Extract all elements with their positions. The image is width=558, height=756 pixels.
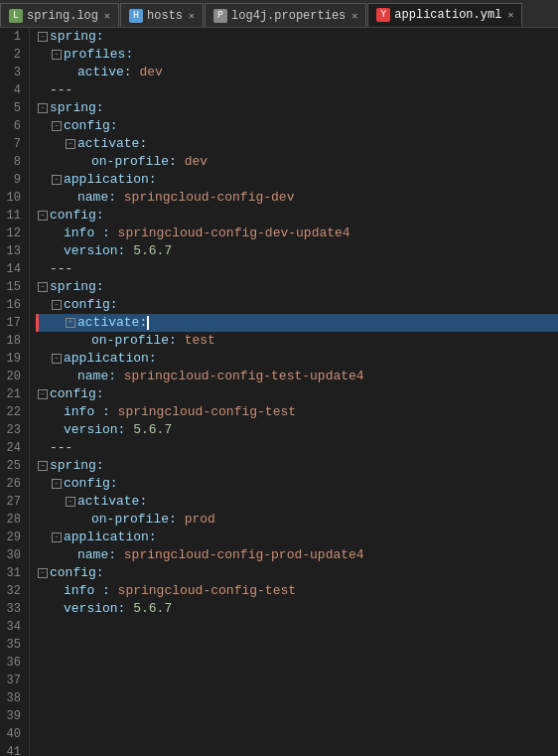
token-key: on-profile: [91,153,185,171]
fold-marker[interactable]: - [52,532,62,542]
line-number: 29 [4,529,21,546]
tab-file-icon: H [129,9,143,23]
token-key: application: [64,350,157,368]
indent-space [38,314,52,332]
line-number: 18 [4,332,21,350]
token-value-number: 5.6.7 [133,600,172,618]
indent-space [52,314,66,332]
tab-log4j-properties[interactable]: Plog4j.properties✕ [205,3,366,27]
code-line: -config: [38,207,558,225]
fold-marker[interactable]: - [52,50,62,60]
line-number: 27 [4,493,21,511]
fold-marker[interactable]: - [38,461,48,471]
token-key: spring: [50,99,104,117]
line-number: 13 [4,242,21,260]
tab-hosts[interactable]: Hhosts✕ [120,3,204,27]
fold-marker[interactable]: - [38,389,48,399]
tab-label: hosts [147,9,183,23]
line-number: 31 [4,564,21,582]
line-number: 33 [4,600,21,618]
fold-marker[interactable]: - [52,479,62,489]
code-line: on-profile: prod [38,511,558,529]
token-key: spring: [50,457,104,475]
token-value-string: test [185,332,215,350]
fold-marker[interactable]: - [66,139,75,149]
code-line: -spring: [38,457,558,475]
token-key: info : [64,582,118,600]
fold-marker[interactable]: + [66,318,75,328]
tab-label: log4j.properties [231,9,346,23]
fold-marker[interactable]: - [38,211,48,221]
line-number: 19 [4,350,21,368]
token-separator: --- [50,260,72,278]
token-key: on-profile: [91,332,185,350]
line-number: 8 [4,153,21,171]
fold-marker[interactable]: - [38,568,48,578]
line-number: 6 [4,117,21,135]
line-number: 36 [4,654,21,672]
line-number: 7 [4,135,21,153]
indent-space [52,332,66,350]
tab-close-button[interactable]: ✕ [104,10,110,22]
token-key: activate: [77,493,147,511]
token-key: config: [50,207,104,225]
indent-space [52,511,66,529]
code-line: info : springcloud-config-dev-update4 [38,225,558,242]
token-value-string: springcloud-config-dev-update4 [118,225,350,242]
indent-space [38,117,52,135]
token-key: on-profile: [91,511,185,529]
code-line: -config: [38,117,558,135]
tab-close-button[interactable]: ✕ [507,9,513,21]
token-key: name: [77,189,124,207]
line-number: 39 [4,707,21,725]
tab-spring-log[interactable]: Lspring.log✕ [0,3,119,27]
tab-file-icon: P [213,9,227,23]
line-number: 34 [4,618,21,636]
token-key: config: [64,296,118,314]
token-key: version: [64,600,133,618]
line-number: 3 [4,64,21,81]
tab-label: spring.log [27,9,98,23]
code-line: name: springcloud-config-test-update4 [38,368,558,385]
code-line: -config: [38,475,558,493]
fold-marker[interactable]: - [52,121,62,131]
code-line: -config: [38,385,558,403]
line-number: 12 [4,225,21,242]
token-key: activate: [77,314,147,332]
code-line: name: springcloud-config-prod-update4 [38,546,558,564]
line-number: 14 [4,260,21,278]
indent-space [38,582,52,600]
line-number: 20 [4,368,21,385]
indent-space [52,189,66,207]
cursor [147,316,149,330]
indent-space [38,368,52,385]
line-number: 21 [4,385,21,403]
tab-label: application.yml [394,8,501,22]
line-number: 28 [4,511,21,529]
fold-marker[interactable]: - [52,354,62,364]
token-value-string: springcloud-config-test [118,403,296,421]
line-number: 4 [4,81,21,99]
tab-file-icon: Y [376,8,390,22]
token-key: version: [64,421,133,439]
line-number: 10 [4,189,21,207]
fold-marker[interactable]: - [38,282,48,292]
code-line: info : springcloud-config-test [38,582,558,600]
token-value-string: dev [185,153,208,171]
tab-close-button[interactable]: ✕ [189,10,195,22]
token-key: activate: [77,135,147,153]
tab-close-button[interactable]: ✕ [351,10,357,22]
token-key: config: [50,564,104,582]
fold-marker[interactable]: - [38,32,48,42]
indent-space [52,153,66,171]
token-value-string: dev [139,64,162,81]
fold-marker[interactable]: - [66,497,75,507]
fold-marker[interactable]: - [52,175,62,185]
token-value-number: 5.6.7 [133,421,172,439]
token-key: config: [50,385,104,403]
token-key: config: [64,475,118,493]
tab-application-yml[interactable]: Yapplication.yml✕ [367,3,522,27]
line-number: 1 [4,28,21,46]
fold-marker[interactable]: - [52,300,62,310]
fold-marker[interactable]: - [38,103,48,113]
